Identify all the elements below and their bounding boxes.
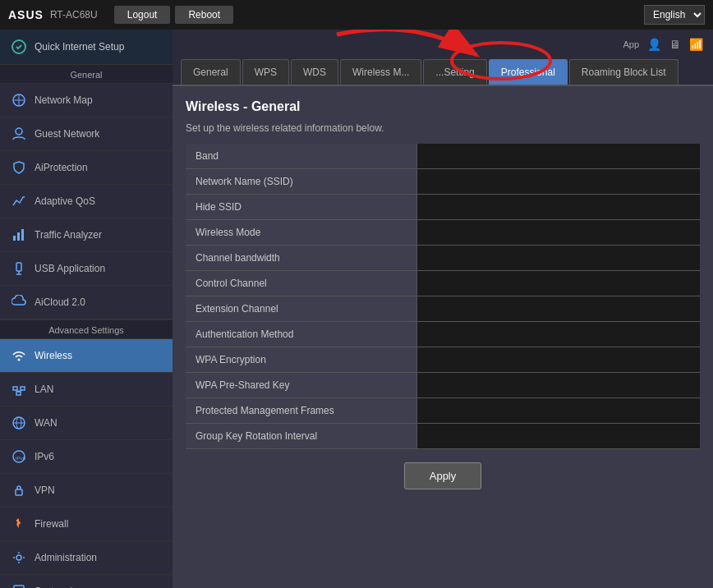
aicloud-icon (10, 293, 28, 311)
monitor-icon[interactable]: 🖥 (669, 38, 681, 51)
setting-label: Channel bandwidth (186, 246, 417, 271)
tab-settings[interactable]: ...Setting (423, 59, 486, 85)
tab-wds[interactable]: WDS (291, 59, 338, 85)
sidebar-label-traffic-analyzer: Traffic Analyzer (34, 229, 102, 241)
adaptive-qos-icon (10, 192, 28, 210)
svg-rect-5 (13, 236, 16, 241)
top-right: English (644, 5, 705, 25)
sidebar-label-wireless: Wireless (34, 350, 72, 361)
language-select[interactable]: English (644, 5, 705, 25)
top-buttons: Logout Reboot (114, 6, 233, 24)
logout-button[interactable]: Logout (114, 6, 171, 24)
setting-label: Authentication Method (186, 322, 417, 347)
svg-rect-14 (16, 392, 21, 395)
sidebar-item-aicloud[interactable]: AiCloud 2.0 (0, 286, 172, 319)
sidebar: Quick Internet Setup General Network Map… (0, 30, 172, 588)
sidebar-item-wan[interactable]: WAN (0, 407, 172, 440)
tabs-bar: General WPS WDS Wireless M... ...Setting… (172, 59, 713, 86)
table-row: Group Key Rotation Interval (186, 424, 700, 449)
wireless-icon (10, 347, 28, 365)
sidebar-item-lan[interactable]: LAN (0, 373, 172, 407)
setting-value[interactable] (417, 220, 700, 246)
tab-general[interactable]: General (181, 59, 241, 85)
sidebar-item-ipv6[interactable]: IPv6 IPv6 (0, 440, 172, 474)
svg-rect-23 (16, 489, 22, 495)
sidebar-label-firewall: Firewall (34, 518, 68, 530)
setting-label: Control Channel (186, 271, 417, 296)
sidebar-item-wireless[interactable]: Wireless (0, 339, 172, 373)
vpn-icon (10, 481, 28, 499)
wan-icon (10, 414, 28, 432)
setting-value[interactable] (417, 347, 700, 373)
sidebar-label-wan: WAN (34, 417, 58, 429)
setting-value[interactable] (417, 169, 700, 195)
content-header: App 👤 🖥 📶 (172, 30, 713, 59)
sidebar-item-vpn[interactable]: VPN (0, 474, 172, 508)
setting-label: WPA Encryption (186, 347, 417, 373)
sidebar-item-system-log[interactable]: System Log (0, 575, 172, 588)
setting-label: Protected Management Frames (186, 398, 417, 424)
reboot-button[interactable]: Reboot (175, 6, 233, 24)
tab-professional[interactable]: Professional (489, 59, 568, 85)
sidebar-label-ipv6: IPv6 (34, 451, 54, 462)
sidebar-item-usb-application[interactable]: USB Application (0, 252, 172, 286)
quick-setup-icon (10, 38, 28, 56)
setting-value[interactable] (417, 373, 700, 398)
table-row: Authentication Method (186, 322, 700, 347)
setting-value[interactable] (417, 195, 700, 220)
setting-label: Extension Channel (186, 296, 417, 322)
setting-value[interactable] (417, 296, 700, 322)
table-row: WPA Pre-Shared Key (186, 373, 700, 398)
tab-roaming-block[interactable]: Roaming Block List (569, 59, 678, 85)
setting-value[interactable] (417, 144, 700, 169)
setting-label: Group Key Rotation Interval (186, 424, 417, 449)
page-title: Wireless - General (186, 99, 700, 114)
tab-wireless-mac[interactable]: Wireless M... (340, 59, 421, 85)
sidebar-item-quick-setup[interactable]: Quick Internet Setup (0, 30, 172, 64)
sidebar-item-administration[interactable]: Administration (0, 541, 172, 575)
svg-point-24 (16, 555, 21, 560)
page-content: Wireless - General Set up the wireless r… (172, 86, 713, 588)
asus-logo: ASUS (8, 8, 44, 21)
network-map-icon (10, 91, 28, 109)
sidebar-item-traffic-analyzer[interactable]: Traffic Analyzer (0, 218, 172, 252)
table-row: Extension Channel (186, 296, 700, 322)
sidebar-item-aiprotection[interactable]: AiProtection (0, 151, 172, 185)
svg-point-11 (18, 359, 21, 361)
general-section-label: General (0, 64, 172, 84)
sidebar-label-administration: Administration (34, 552, 97, 563)
user-icon[interactable]: 👤 (647, 38, 661, 51)
sidebar-item-firewall[interactable]: Firewall (0, 508, 172, 541)
setting-value[interactable] (417, 424, 700, 449)
ipv6-icon: IPv6 (10, 448, 28, 466)
svg-point-4 (16, 128, 22, 135)
svg-rect-13 (21, 387, 25, 390)
setting-value[interactable] (417, 322, 700, 347)
apply-button[interactable]: Apply (404, 462, 482, 489)
table-row: Wireless Mode (186, 220, 700, 246)
apply-btn-row: Apply (186, 462, 700, 489)
usb-application-icon (10, 260, 28, 278)
sidebar-item-guest-network[interactable]: Guest Network (0, 117, 172, 151)
sidebar-item-adaptive-qos[interactable]: Adaptive QoS (0, 185, 172, 218)
wifi-icon[interactable]: 📶 (689, 38, 703, 51)
tab-wps[interactable]: WPS (242, 59, 289, 85)
table-row: WPA Encryption (186, 347, 700, 373)
setting-value[interactable] (417, 398, 700, 424)
setting-value[interactable] (417, 246, 700, 271)
svg-rect-7 (21, 229, 24, 241)
sidebar-label-aiprotection: AiProtection (34, 162, 88, 173)
sidebar-item-network-map[interactable]: Network Map (0, 84, 172, 117)
system-log-icon (10, 582, 28, 588)
page-subtitle: Set up the wireless related information … (186, 122, 700, 134)
guest-network-icon (10, 125, 28, 143)
administration-icon (10, 549, 28, 567)
setting-label: Wireless Mode (186, 220, 417, 246)
lan-icon (10, 380, 28, 398)
aiprotection-icon (10, 158, 28, 177)
table-row: Band (186, 144, 700, 169)
advanced-section-label: Advanced Settings (0, 319, 172, 339)
setting-value[interactable] (417, 271, 700, 296)
sidebar-label-vpn: VPN (34, 485, 55, 496)
setting-label: Hide SSID (186, 195, 417, 220)
